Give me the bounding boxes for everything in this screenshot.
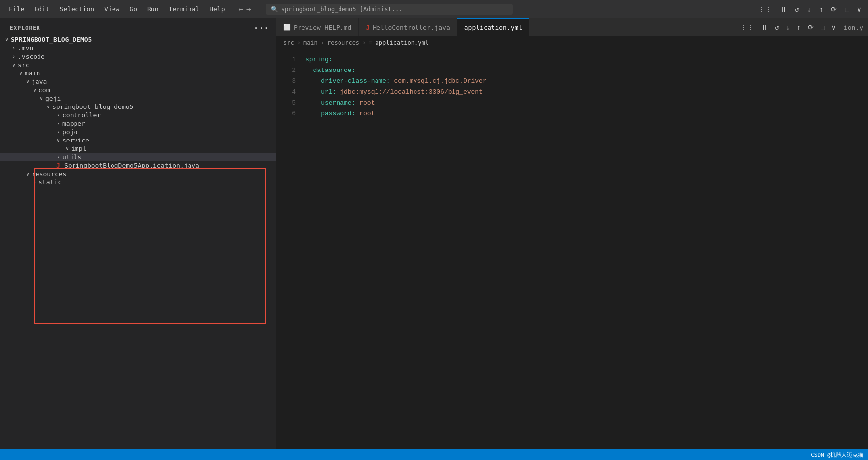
sidebar-tree-wrapper: ∨ SPRINGBOOT_BLOG_DEMO5 › .mvn › .vscode xyxy=(0,35,276,449)
root-label: SPRINGBOOT_BLOG_DEMO5 xyxy=(11,36,92,43)
mvn-label: .mvn xyxy=(18,44,33,52)
mapper-label: mapper xyxy=(62,120,85,127)
chevron-down-icon: ∨ xyxy=(44,104,52,109)
java-file-icon: J xyxy=(54,162,62,169)
tree-item-mapper[interactable]: › mapper xyxy=(0,119,276,128)
tree-item-springboot-folder[interactable]: ∨ springboot_blog_demo5 xyxy=(0,103,276,111)
step-down-icon[interactable]: ↓ xyxy=(805,4,813,14)
menu-help[interactable]: Help xyxy=(205,3,228,15)
tab-hello-controller[interactable]: J HelloController.java xyxy=(359,18,457,36)
breadcrumb: src › main › resources › ≡ application.y… xyxy=(276,36,868,49)
tree-item-static[interactable]: › static xyxy=(0,178,276,186)
step-up-icon[interactable]: ↑ xyxy=(817,4,825,14)
sidebar-header: EXPLORER ··· xyxy=(0,18,276,35)
menu-run[interactable]: Run xyxy=(143,3,162,15)
chevron-down-icon: ∨ xyxy=(38,96,45,101)
restart-icon[interactable]: ↺ xyxy=(793,4,801,14)
debug-reload-icon[interactable]: ⟳ xyxy=(806,22,816,32)
partial-tab-label: ion.y xyxy=(844,24,863,31)
application-java-label: SpringbootBlogDemo5Application.java xyxy=(64,162,199,169)
line-num-6: 6 xyxy=(276,108,296,119)
code-line-5: username: root xyxy=(303,98,868,108)
statusbar-text: CSDN @机器人迈克猫 xyxy=(811,451,863,459)
breadcrumb-file[interactable]: application.yml xyxy=(376,39,429,46)
tab-preview-help[interactable]: ⬜ Preview HELP.md xyxy=(276,18,359,36)
java-label: java xyxy=(32,78,47,85)
forward-arrow[interactable]: → xyxy=(246,4,251,14)
breadcrumb-src[interactable]: src xyxy=(283,39,294,46)
debug-more-icon[interactable]: ∨ xyxy=(830,22,837,32)
search-bar[interactable]: 🔍 springboot_blog_demo5 [Administ... xyxy=(266,4,513,15)
tab-hello-label: HelloController.java xyxy=(373,24,450,31)
pause-icon[interactable]: ⏸ xyxy=(778,4,789,14)
tree-item-controller[interactable]: › controller xyxy=(0,111,276,119)
debug-step-up-icon[interactable]: ↑ xyxy=(795,22,803,32)
code-line-4: url: jdbc:mysql://localhost:3306/big_eve… xyxy=(303,87,868,98)
grid-icon[interactable]: ⋮⋮ xyxy=(756,4,774,14)
resources-label: resources xyxy=(32,170,66,177)
menu-edit[interactable]: Edit xyxy=(30,3,53,15)
tree-item-src[interactable]: ∨ src xyxy=(0,61,276,69)
chevron-right-icon: › xyxy=(31,179,38,185)
code-line-1: spring: xyxy=(303,54,868,65)
file-tree: ∨ SPRINGBOOT_BLOG_DEMO5 › .mvn › .vscode xyxy=(0,35,276,449)
menu-terminal[interactable]: Terminal xyxy=(165,3,204,15)
editor-area: ⬜ Preview HELP.md J HelloController.java… xyxy=(276,18,868,449)
code-line-6: password: root xyxy=(303,108,868,119)
menu-file[interactable]: File xyxy=(5,3,28,15)
chevron-down-icon: ∨ xyxy=(3,37,11,42)
service-label: service xyxy=(62,137,89,144)
tab-preview-label: Preview HELP.md xyxy=(294,24,351,31)
md-icon: ⬜ xyxy=(283,24,291,31)
tab-bar: ⬜ Preview HELP.md J HelloController.java… xyxy=(276,18,868,36)
debug-stop-icon[interactable]: □ xyxy=(819,22,827,32)
tab-application-yml[interactable]: application.yml xyxy=(457,18,529,36)
reload-icon[interactable]: ⟳ xyxy=(829,4,839,14)
chevron-down-icon: ∨ xyxy=(31,87,38,93)
springboot-folder-label: springboot_blog_demo5 xyxy=(52,103,133,110)
tree-item-pojo[interactable]: › pojo xyxy=(0,128,276,136)
chevron-down-icon: ∨ xyxy=(63,146,71,151)
tree-item-impl[interactable]: ∨ impl xyxy=(0,144,276,153)
breadcrumb-resources[interactable]: resources xyxy=(327,39,359,46)
tree-root[interactable]: ∨ SPRINGBOOT_BLOG_DEMO5 xyxy=(0,35,276,44)
code-line-3: driver-class-name: com.mysql.cj.jdbc.Dri… xyxy=(303,76,868,87)
back-arrow[interactable]: ← xyxy=(238,4,243,14)
tree-item-geji[interactable]: ∨ geji xyxy=(0,94,276,103)
chevron-down-icon: ∨ xyxy=(24,79,32,84)
stop-icon[interactable]: □ xyxy=(843,4,851,14)
grid-view-icon[interactable]: ⋮⋮ xyxy=(738,22,756,32)
breadcrumb-sep-2: › xyxy=(321,39,324,46)
chevron-right-icon: › xyxy=(54,121,62,126)
src-label: src xyxy=(18,61,29,69)
vscode-label: .vscode xyxy=(18,53,45,60)
tree-item-resources[interactable]: ∨ resources xyxy=(0,170,276,178)
tree-item-service[interactable]: ∨ service xyxy=(0,136,276,144)
code-content[interactable]: spring: datasource: driver-class-name: c… xyxy=(303,54,868,444)
titlebar: File Edit Selection View Go Run Terminal… xyxy=(0,0,868,18)
main-label: main xyxy=(25,70,40,77)
more-icon[interactable]: ∨ xyxy=(855,4,863,14)
sidebar-more-button[interactable]: ··· xyxy=(254,23,269,33)
debug-step-down-icon[interactable]: ↓ xyxy=(784,22,792,32)
tree-item-mvn[interactable]: › .mvn xyxy=(0,44,276,52)
tree-item-utils[interactable]: › utils xyxy=(0,153,276,161)
breadcrumb-main[interactable]: main xyxy=(303,39,318,46)
menu-selection[interactable]: Selection xyxy=(56,3,98,15)
menu-view[interactable]: View xyxy=(100,3,123,15)
explorer-label: EXPLORER xyxy=(10,25,40,31)
tree-item-main[interactable]: ∨ main xyxy=(0,69,276,77)
debug-pause-icon[interactable]: ⏸ xyxy=(759,22,770,32)
pojo-label: pojo xyxy=(62,128,77,136)
debug-restart-icon[interactable]: ↺ xyxy=(773,22,781,32)
main-layout: EXPLORER ··· ∨ SPRINGBOOT_BLOG_DEMO5 › .… xyxy=(0,18,868,449)
tree-item-java[interactable]: ∨ java xyxy=(0,77,276,86)
sidebar: EXPLORER ··· ∨ SPRINGBOOT_BLOG_DEMO5 › .… xyxy=(0,18,276,449)
statusbar: CSDN @机器人迈克猫 xyxy=(0,449,868,460)
tree-item-application-java[interactable]: J SpringbootBlogDemo5Application.java xyxy=(0,161,276,170)
breadcrumb-sep-3: › xyxy=(362,39,366,46)
menu-go[interactable]: Go xyxy=(125,3,141,15)
tree-item-vscode[interactable]: › .vscode xyxy=(0,52,276,61)
tree-item-com[interactable]: ∨ com xyxy=(0,86,276,94)
breadcrumb-file-icon: ≡ xyxy=(369,39,372,46)
